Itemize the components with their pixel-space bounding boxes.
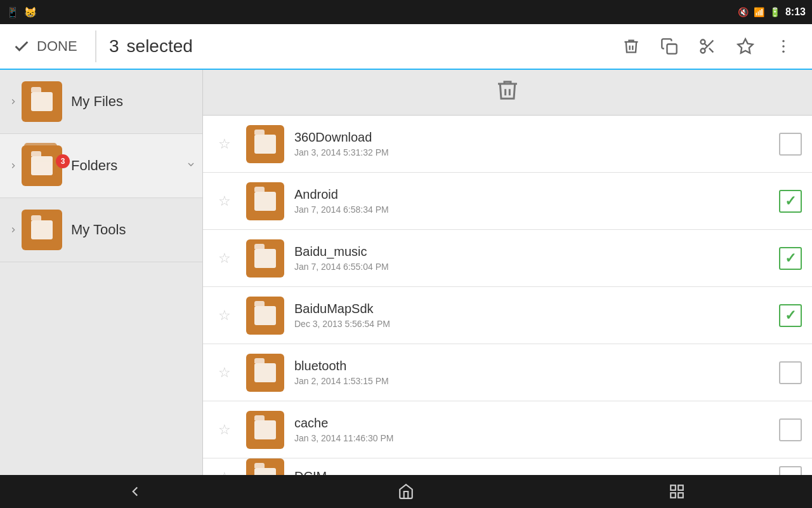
svg-point-2 bbox=[701, 49, 705, 53]
recents-button[interactable] bbox=[541, 475, 812, 508]
my-files-label: My Files bbox=[71, 93, 123, 110]
file-info-360download: 360Download Jan 3, 2014 5:31:32 PM bbox=[294, 130, 779, 157]
status-bar-right: 🔇 📶 🔋 8:13 bbox=[738, 6, 806, 18]
my-files-folder-icon bbox=[22, 81, 62, 122]
phone-icon: 📱 bbox=[6, 6, 19, 18]
svg-point-1 bbox=[701, 40, 705, 44]
checkmark-android: ✓ bbox=[785, 193, 796, 210]
bottom-nav bbox=[0, 475, 812, 508]
notification-icon: 😸 bbox=[24, 6, 37, 18]
cut-button[interactable] bbox=[691, 30, 723, 62]
checkmark-baidu-music: ✓ bbox=[785, 250, 796, 267]
file-name-baidu-music: Baidu_music bbox=[294, 244, 779, 259]
home-icon bbox=[398, 483, 414, 500]
folder-icon-cache bbox=[246, 411, 284, 449]
file-item-android[interactable]: ☆ Android Jan 7, 2014 6:58:34 PM ✓ bbox=[203, 173, 812, 230]
star-baidu-music[interactable]: ☆ bbox=[213, 250, 236, 267]
folder-inner-3 bbox=[31, 220, 53, 239]
file-date-android: Jan 7, 2014 6:58:34 PM bbox=[294, 204, 779, 215]
folder-icon-android bbox=[246, 182, 284, 220]
battery-icon: 🔋 bbox=[769, 7, 780, 17]
selected-count: 3 bbox=[109, 36, 119, 57]
selected-label: selected bbox=[127, 36, 193, 57]
checkmark-icon bbox=[13, 37, 30, 55]
star-dcim[interactable]: ☆ bbox=[213, 469, 236, 475]
file-info-baidu-music: Baidu_music Jan 7, 2014 6:55:04 PM bbox=[294, 244, 779, 272]
checkbox-baidu-music[interactable]: ✓ bbox=[779, 247, 802, 270]
status-bar: 📱 😸 🔇 📶 🔋 8:13 bbox=[0, 0, 812, 24]
file-item-cache[interactable]: ☆ cache Jan 3, 2014 11:46:30 PM bbox=[203, 401, 812, 458]
file-name-android: Android bbox=[294, 187, 779, 202]
copy-icon bbox=[660, 37, 678, 55]
back-icon bbox=[127, 483, 143, 500]
file-item-baidumapsdk[interactable]: ☆ BaiduMapSdk Dec 3, 2013 5:56:54 PM ✓ bbox=[203, 287, 812, 344]
sidebar-item-my-files[interactable]: My Files bbox=[0, 70, 202, 134]
scissors-icon bbox=[698, 37, 716, 55]
folders-folder-icon: 3 bbox=[22, 145, 62, 186]
svg-line-4 bbox=[709, 48, 713, 52]
bookmark-button[interactable] bbox=[730, 30, 761, 62]
done-label: DONE bbox=[37, 38, 77, 55]
expand-arrow-my-tools bbox=[9, 225, 22, 234]
file-item-baidu-music[interactable]: ☆ Baidu_music Jan 7, 2014 6:55:04 PM ✓ bbox=[203, 230, 812, 287]
svg-rect-0 bbox=[667, 44, 677, 54]
file-name-dcim: DCIM bbox=[294, 469, 779, 476]
file-item-360download[interactable]: ☆ 360Download Jan 3, 2014 5:31:32 PM bbox=[203, 116, 812, 173]
file-item-dcim[interactable]: ☆ DCIM bbox=[203, 458, 812, 475]
more-button[interactable] bbox=[768, 30, 799, 62]
svg-marker-6 bbox=[738, 39, 752, 53]
checkbox-cache[interactable] bbox=[779, 418, 802, 441]
checkbox-dcim[interactable] bbox=[779, 466, 802, 475]
svg-rect-12 bbox=[678, 493, 683, 498]
expand-arrow-folders bbox=[9, 161, 22, 170]
done-button[interactable]: DONE bbox=[0, 37, 95, 55]
svg-point-8 bbox=[782, 45, 785, 48]
star-android[interactable]: ☆ bbox=[213, 193, 236, 210]
file-info-bluetooth: bluetooth Jan 2, 2014 1:53:15 PM bbox=[294, 359, 779, 386]
main-layout: My Files 3 Folders bbox=[0, 70, 812, 475]
delete-bar bbox=[203, 70, 812, 116]
svg-line-5 bbox=[704, 43, 707, 46]
folder-icon-baidumapsdk bbox=[246, 297, 284, 335]
sidebar-item-folders[interactable]: 3 Folders bbox=[0, 134, 202, 198]
file-name-baidumapsdk: BaiduMapSdk bbox=[294, 302, 779, 316]
checkbox-baidumapsdk[interactable]: ✓ bbox=[779, 304, 802, 327]
checkmark-baidumapsdk: ✓ bbox=[785, 307, 796, 324]
home-button[interactable] bbox=[271, 475, 542, 508]
recents-icon bbox=[669, 483, 685, 500]
action-bar-icons bbox=[603, 30, 812, 62]
folder-icon-dcim bbox=[246, 458, 284, 475]
checkbox-android[interactable]: ✓ bbox=[779, 190, 802, 213]
checkbox-360download[interactable] bbox=[779, 133, 802, 156]
copy-button[interactable] bbox=[653, 30, 685, 62]
svg-rect-10 bbox=[671, 485, 676, 490]
delete-button[interactable] bbox=[615, 30, 647, 62]
mute-icon: 🔇 bbox=[738, 7, 749, 17]
star-baidumapsdk[interactable]: ☆ bbox=[213, 307, 236, 324]
action-bar: DONE 3 selected bbox=[0, 24, 812, 70]
sidebar-item-my-tools[interactable]: My Tools bbox=[0, 198, 202, 262]
status-bar-left: 📱 😸 bbox=[6, 6, 37, 18]
svg-rect-13 bbox=[671, 493, 676, 498]
star-360download[interactable]: ☆ bbox=[213, 136, 236, 152]
svg-point-7 bbox=[782, 40, 785, 43]
more-icon bbox=[775, 37, 792, 55]
folder-icon-360download bbox=[246, 125, 284, 163]
folder-tab bbox=[31, 87, 41, 92]
my-tools-label: My Tools bbox=[71, 222, 126, 238]
back-button[interactable] bbox=[0, 475, 271, 508]
content-area: ☆ 360Download Jan 3, 2014 5:31:32 PM ☆ bbox=[203, 70, 812, 475]
checkbox-bluetooth[interactable] bbox=[779, 361, 802, 384]
folder-icon-bluetooth bbox=[246, 354, 284, 392]
folder-icon-baidu-music bbox=[246, 239, 284, 277]
file-list: ☆ 360Download Jan 3, 2014 5:31:32 PM ☆ bbox=[203, 116, 812, 475]
star-cache[interactable]: ☆ bbox=[213, 422, 236, 438]
status-time: 8:13 bbox=[785, 6, 806, 18]
svg-rect-11 bbox=[678, 485, 683, 490]
file-name-cache: cache bbox=[294, 416, 779, 431]
folder-tab-2 bbox=[31, 151, 41, 156]
file-date-baidu-music: Jan 7, 2014 6:55:04 PM bbox=[294, 262, 779, 272]
star-bluetooth[interactable]: ☆ bbox=[213, 364, 236, 381]
file-item-bluetooth[interactable]: ☆ bluetooth Jan 2, 2014 1:53:15 PM bbox=[203, 344, 812, 401]
file-date-baidumapsdk: Dec 3, 2013 5:56:54 PM bbox=[294, 319, 779, 329]
